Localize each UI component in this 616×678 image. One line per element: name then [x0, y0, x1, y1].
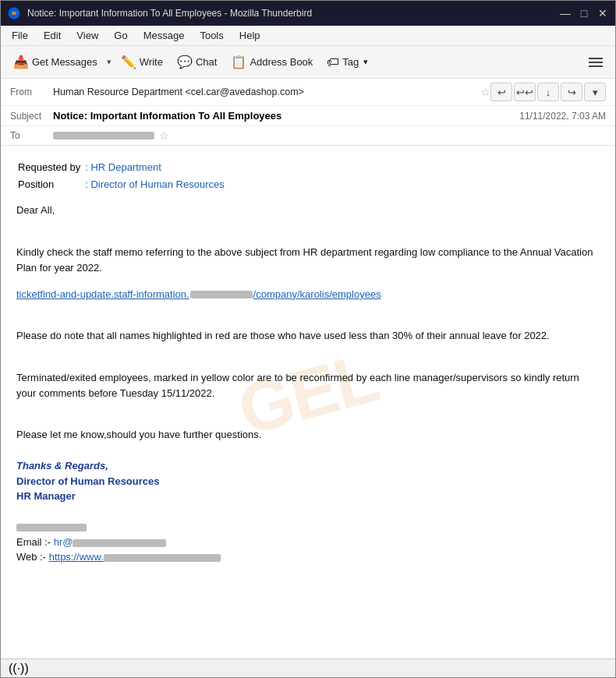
to-value-blurred: [53, 132, 154, 139]
sig-web-blurred: [104, 554, 221, 562]
hamburger-menu[interactable]: [582, 53, 609, 72]
sig-web-link[interactable]: https://www.: [49, 551, 221, 563]
sig-email-blurred: [73, 539, 166, 547]
sig-email-prefix: Email :-: [16, 536, 51, 548]
link-prefix: ticketfind-and-update.staff-information.: [16, 288, 189, 300]
hamburger-line: [589, 58, 603, 59]
requested-by-label: Requested by: [18, 160, 83, 175]
paragraph-2: Please do note that all names highlighte…: [16, 328, 600, 344]
menu-view[interactable]: View: [70, 28, 104, 43]
position-value: : Director of Human Resources: [85, 177, 224, 192]
sig-director: Director of Human Resources: [16, 474, 600, 489]
subject-label: Subject: [10, 111, 53, 122]
sig-phone-row: [16, 519, 600, 535]
menu-go[interactable]: Go: [108, 28, 133, 43]
sig-phone-blurred: [16, 524, 87, 531]
sig-web-prefix: Web :-: [16, 551, 46, 563]
close-button[interactable]: ✕: [597, 7, 609, 19]
meta-table: Requested by : HR Department Position : …: [16, 158, 226, 193]
email-body: GEL Requested by : HR Department Positio…: [1, 146, 615, 659]
sig-web-value: https://www.: [49, 551, 104, 563]
menu-file[interactable]: File: [5, 28, 34, 43]
get-messages-dropdown[interactable]: ▾: [105, 54, 113, 70]
signature: Thanks & Regards, Director of Human Reso…: [16, 458, 600, 565]
sig-thanks: Thanks & Regards,: [16, 458, 600, 474]
paragraph-1: Kindly check the staff memo referring to…: [16, 245, 600, 276]
window-title: Notice: Important Information To All Emp…: [27, 8, 559, 19]
from-label: From: [10, 87, 53, 97]
scroll-down-button[interactable]: ↓: [537, 83, 559, 101]
email-content: Requested by : HR Department Position : …: [16, 158, 600, 565]
minimize-button[interactable]: —: [559, 7, 572, 19]
more-button[interactable]: ▾: [584, 83, 606, 101]
sig-email-row: Email :- hr@: [16, 535, 600, 550]
maximize-button[interactable]: □: [578, 7, 590, 19]
timestamp: 11/11/2022, 7:03 AM: [519, 111, 606, 122]
main-window: Notice: Important Information To All Emp…: [0, 0, 616, 678]
from-star-icon[interactable]: ☆: [480, 86, 490, 98]
tag-icon: 🏷: [327, 55, 339, 69]
menu-edit[interactable]: Edit: [37, 28, 67, 43]
write-button[interactable]: ✏️ Write: [115, 51, 169, 72]
link-suffix: /company/karolis/employees: [253, 288, 381, 300]
email-action-buttons: ↩ ↩↩ ↓ ↪ ▾: [490, 83, 606, 101]
phishing-link[interactable]: ticketfind-and-update.staff-information.…: [16, 288, 381, 300]
chat-icon: 💬: [177, 55, 193, 69]
title-bar: Notice: Important Information To All Emp…: [1, 1, 615, 26]
sig-email-value: hr@: [54, 536, 73, 548]
reply-all-button[interactable]: ↩↩: [514, 83, 536, 101]
address-book-button[interactable]: 📋 Address Book: [225, 51, 319, 72]
hamburger-line: [589, 62, 603, 63]
email-header: From Human Resource Department <cel.car@…: [1, 79, 615, 146]
menu-bar: File Edit View Go Message Tools Help: [1, 26, 615, 46]
link-domain-blurred: [190, 291, 253, 298]
address-book-icon: 📋: [231, 55, 246, 69]
toolbar-right: [582, 53, 609, 72]
paragraph-4: Please let me know,should you have furth…: [16, 427, 600, 443]
sig-email-link[interactable]: hr@: [54, 536, 167, 548]
connection-icon: ((·)): [9, 662, 29, 676]
paragraph-3: Terminated/exited employees, marked in y…: [16, 370, 600, 401]
inbox-icon: 📥: [13, 55, 29, 69]
to-row: To ☆: [1, 126, 615, 145]
reply-button[interactable]: ↩: [490, 83, 512, 101]
forward-button[interactable]: ↪: [561, 83, 582, 101]
to-star-icon[interactable]: ☆: [159, 129, 169, 142]
from-value: Human Resource Department <cel.car@aveda…: [53, 87, 476, 97]
write-icon: ✏️: [121, 55, 136, 69]
get-messages-button[interactable]: 📥 Get Messages: [7, 51, 104, 72]
position-label: Position: [18, 177, 83, 192]
subject-row: Subject Notice: Important Information To…: [1, 106, 615, 126]
sig-web-row: Web :- https://www.: [16, 549, 600, 565]
tag-button[interactable]: 🏷 Tag ▾: [320, 52, 374, 72]
thunderbird-icon: [7, 6, 21, 20]
requested-by-value: : HR Department: [85, 160, 224, 175]
menu-message[interactable]: Message: [137, 28, 191, 43]
subject-value: Notice: Important Information To All Emp…: [53, 110, 519, 122]
to-label: To: [10, 130, 53, 141]
sig-hr: HR Manager: [16, 489, 600, 504]
phishing-link-container: ticketfind-and-update.staff-information.…: [16, 287, 600, 302]
tag-dropdown-icon: ▾: [363, 57, 368, 67]
status-bar: ((·)): [1, 659, 615, 677]
chat-button[interactable]: 💬 Chat: [171, 51, 223, 72]
window-controls: — □ ✕: [559, 7, 609, 19]
menu-help[interactable]: Help: [233, 28, 267, 43]
from-row: From Human Resource Department <cel.car@…: [1, 79, 615, 106]
hamburger-line: [589, 65, 603, 67]
menu-tools[interactable]: Tools: [193, 28, 229, 43]
toolbar: 📥 Get Messages ▾ ✏️ Write 💬 Chat 📋 Addre…: [1, 46, 615, 79]
greeting: Dear All,: [16, 203, 600, 218]
